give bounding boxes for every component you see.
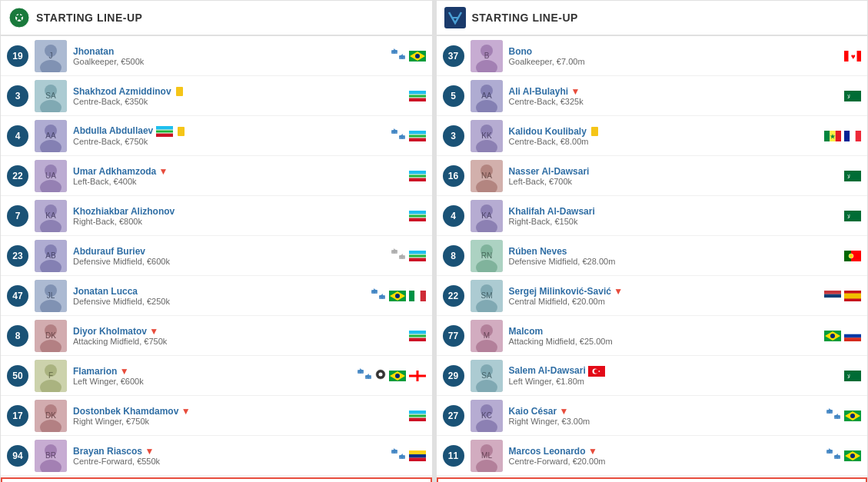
nationality-flag xyxy=(409,450,426,461)
player-position-value: Goalkeeper, €500k xyxy=(73,57,391,66)
player-name[interactable]: Brayan Riascos ▼ xyxy=(73,446,391,457)
player-name[interactable]: Abdurauf Buriev xyxy=(73,246,391,257)
player-name[interactable]: Umar Adkhamzoda ▼ xyxy=(73,166,409,177)
player-name[interactable]: Kaio César ▼ xyxy=(509,406,826,417)
svg-rect-109 xyxy=(409,417,426,417)
player-name[interactable]: Dostonbek Khamdamov ▼ xyxy=(73,406,409,417)
player-name[interactable]: Malcom xyxy=(509,326,825,337)
player-name[interactable]: Diyor Kholmatov ▼ xyxy=(73,326,409,337)
svg-point-74 xyxy=(395,294,400,298)
player-avatar: UA xyxy=(35,160,67,192)
svg-text:لا: لا xyxy=(847,94,850,99)
player-name[interactable]: Ali Al-Bulayhi ▼ xyxy=(509,86,845,97)
transfer-icon[interactable] xyxy=(826,408,841,423)
player-name[interactable]: Khozhiakbar Alizhonov xyxy=(73,206,409,217)
player-name[interactable]: Jhonatan xyxy=(73,46,391,57)
player-name[interactable]: Salem Al-Dawsari xyxy=(509,365,845,377)
player-info: Sergej Milinković-Savić ▼Central Midfiel… xyxy=(509,286,825,306)
player-action-icons xyxy=(824,131,861,141)
svg-rect-63 xyxy=(409,258,426,261)
player-name[interactable]: Khalifah Al-Dawsari xyxy=(509,206,845,217)
player-name[interactable]: Nasser Al-Dawsari xyxy=(509,166,845,177)
player-row: 77 M MalcomAttacking Midfield, €25.00m xyxy=(437,316,868,356)
nationality-flag xyxy=(409,171,426,181)
player-info: Abdulla Abdullaev Centre-Back, €750k xyxy=(73,125,391,146)
substitution-arrow-icon: ▼ xyxy=(120,366,129,377)
player-avatar: F xyxy=(35,360,67,392)
player-action-icons: ♥ xyxy=(844,51,861,61)
svg-text:لا: لا xyxy=(847,214,850,219)
player-info: Nasser Al-DawsariLeft-Back, €700k xyxy=(509,166,845,186)
transfer-icon[interactable] xyxy=(391,248,406,263)
player-avatar: KC xyxy=(471,400,503,432)
svg-rect-45 xyxy=(409,177,426,178)
jersey-number: 37 xyxy=(443,45,464,67)
player-name[interactable]: Bono xyxy=(509,46,845,57)
player-position-value: Right-Back, €150k xyxy=(509,217,845,226)
player-name[interactable]: Kalidou Koulibaly xyxy=(509,126,825,137)
team1-title: STARTING LINE-UP xyxy=(36,12,142,24)
player-position-value: Left Winger, €600k xyxy=(73,377,357,386)
player-name[interactable]: Shakhzod Azmiddinov xyxy=(73,86,409,97)
svg-rect-77 xyxy=(420,291,425,301)
player-row: 47 JL Jonatan LuccaDefensive Midfield, €… xyxy=(1,276,432,316)
svg-text:SM: SM xyxy=(481,291,492,300)
transfer-icon[interactable] xyxy=(391,128,406,143)
player-name[interactable]: Marcos Leonardo ▼ xyxy=(509,446,826,457)
player-avatar: AA xyxy=(35,120,67,152)
player-avatar: JL xyxy=(35,280,67,312)
player-row: 27 KC Kaio César ▼Right Winger, €3.00m xyxy=(437,396,868,436)
jersey-number: 3 xyxy=(443,125,464,147)
svg-rect-118 xyxy=(409,457,426,461)
player-info: Umar Adkhamzoda ▼Left-Back, €400k xyxy=(73,166,409,186)
team2-panel: STARTING LINE-UP 37 B BonoGoalkeeper, €7… xyxy=(436,0,869,482)
svg-point-211 xyxy=(850,454,855,458)
player-row: 3 KK Kalidou Koulibaly Centre-Back, €8.0… xyxy=(437,116,868,156)
svg-rect-76 xyxy=(414,291,420,301)
svg-text:DK: DK xyxy=(45,411,56,420)
ball-icon[interactable] xyxy=(375,369,386,382)
player-row: 7 KA Khozhiakbar AlizhonovRight-Back, €8… xyxy=(1,196,432,236)
svg-text:ML: ML xyxy=(481,451,492,460)
transfer-icon[interactable] xyxy=(371,288,386,303)
transfer-icon[interactable] xyxy=(357,368,372,383)
svg-text:SA: SA xyxy=(481,371,492,380)
jersey-number: 94 xyxy=(7,445,28,467)
player-name[interactable]: Abdulla Abdullaev xyxy=(73,125,391,137)
player-row: 11 ML Marcos Leonardo ▼Centre-Forward, €… xyxy=(437,436,868,476)
jersey-number: 4 xyxy=(7,125,28,147)
player-name[interactable]: Rúben Neves xyxy=(509,246,845,257)
svg-point-190 xyxy=(594,369,599,374)
nationality-flag xyxy=(824,291,841,301)
transfer-icon[interactable] xyxy=(391,448,406,463)
player-info: Flamarion ▼Left Winger, €600k xyxy=(73,366,357,386)
player-action-icons xyxy=(409,411,426,421)
player-row: 29 SA Salem Al-Dawsari Left Winger, €1.8… xyxy=(437,356,868,396)
jersey-number: 27 xyxy=(443,405,464,427)
player-name[interactable]: Sergej Milinković-Savić ▼ xyxy=(509,286,825,297)
player-name[interactable]: Flamarion ▼ xyxy=(73,366,357,377)
player-action-icons xyxy=(391,48,426,63)
player-position-value: Defensive Midfield, €250k xyxy=(73,297,371,306)
substitution-arrow-icon: ▼ xyxy=(149,326,158,337)
transfer-icon[interactable] xyxy=(826,448,841,463)
player-position-value: Goalkeeper, €7.00m xyxy=(509,57,845,66)
transfer-icon[interactable] xyxy=(391,48,406,63)
substitution-arrow-icon: ▼ xyxy=(588,446,597,457)
svg-text:RN: RN xyxy=(481,251,491,260)
jersey-number: 23 xyxy=(7,245,28,267)
player-action-icons xyxy=(391,128,426,143)
svg-rect-170 xyxy=(824,294,841,298)
player-avatar: B xyxy=(471,40,503,72)
player-action-icons xyxy=(409,171,426,181)
player-name[interactable]: Jonatan Lucca xyxy=(73,286,371,297)
nationality-flag xyxy=(844,251,861,261)
player-position-value: Left-Back, €700k xyxy=(509,177,845,186)
nationality-flag xyxy=(844,131,861,141)
player-action-icons xyxy=(371,288,426,303)
svg-rect-127 xyxy=(857,51,862,61)
nationality-flag xyxy=(844,450,861,461)
player-action-icons xyxy=(824,291,861,301)
player-action-icons xyxy=(824,331,861,341)
nationality-flag xyxy=(389,371,406,381)
